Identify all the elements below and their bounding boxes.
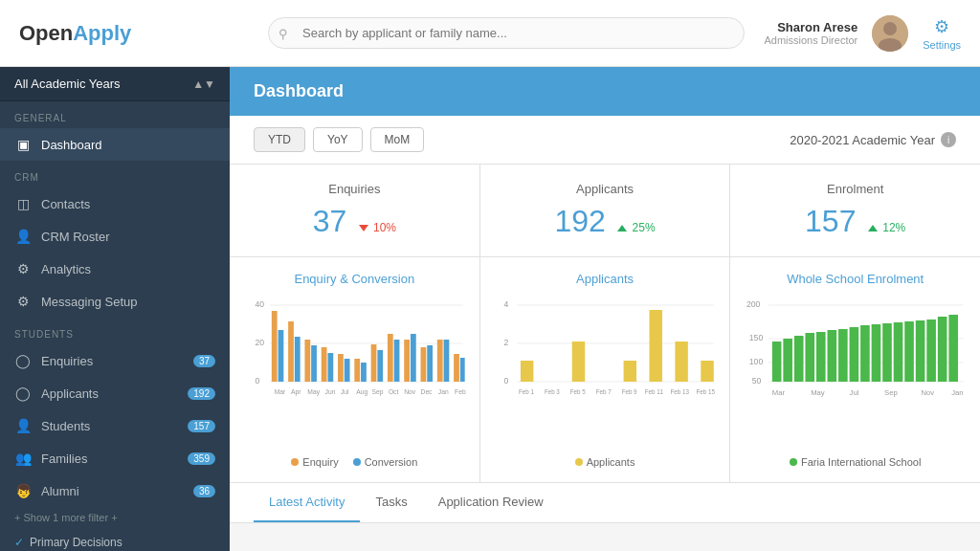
applicants-value-row: 192 25% <box>500 204 711 239</box>
chart-enrol-title: Whole School Enrolment <box>745 272 966 286</box>
sidebar-item-crm-roster[interactable]: 👤 CRM Roster <box>0 220 230 253</box>
svg-rect-24 <box>394 340 400 382</box>
sidebar-item-enquiries[interactable]: ◯ Enquiries 37 <box>0 344 230 377</box>
settings-label: Settings <box>923 39 961 51</box>
enrolment-change-pct: 12% <box>882 221 905 234</box>
enquiries-change: 10% <box>359 221 396 234</box>
arrows-icon: ▲▼ <box>192 77 215 91</box>
enrolment-label: Enrolment <box>749 182 961 196</box>
svg-rect-85 <box>883 323 893 382</box>
section-general: GENERAL <box>0 101 230 128</box>
sidebar-item-label: Contacts <box>41 197 90 211</box>
academic-year-selector[interactable]: All Academic Years ▲▼ <box>0 67 230 101</box>
academic-year-label: All Academic Years <box>14 77 121 91</box>
filter-mom[interactable]: MoM <box>370 127 425 152</box>
svg-rect-22 <box>377 350 383 382</box>
applicants-label: Applicants <box>500 182 711 196</box>
academic-year-display: 2020-2021 Academic Year i <box>790 132 956 147</box>
stat-enquiries: Enquiries 37 10% <box>230 165 480 256</box>
enrolment-value-row: 157 12% <box>749 204 961 239</box>
svg-rect-26 <box>411 334 416 382</box>
svg-text:0: 0 <box>256 376 260 386</box>
sidebar-item-contacts[interactable]: ◫ Contacts <box>0 187 230 220</box>
filters-row: YTD YoY MoM 2020-2021 Academic Year i <box>230 116 980 165</box>
svg-rect-79 <box>816 332 826 382</box>
svg-text:Nov: Nov <box>404 388 416 395</box>
svg-rect-20 <box>361 363 367 382</box>
svg-text:4: 4 <box>503 299 508 309</box>
sidebar-item-analytics[interactable]: ⚙ Analytics <box>0 253 230 285</box>
svg-rect-58 <box>701 361 713 382</box>
svg-text:Jul: Jul <box>341 388 349 395</box>
svg-text:Aug: Aug <box>356 388 368 396</box>
svg-text:Feb 1: Feb 1 <box>519 388 534 395</box>
sidebar-item-label: Applicants <box>41 386 99 401</box>
user-info: Sharon Arese Admissions Director <box>764 20 858 46</box>
contacts-icon: ◫ <box>14 196 32 211</box>
enquiries-icon: ◯ <box>14 353 32 368</box>
legend-school: Faria International School <box>790 456 921 468</box>
legend-conversion: Conversion <box>353 456 418 468</box>
svg-rect-17 <box>338 354 344 382</box>
tab-tasks[interactable]: Tasks <box>360 483 422 522</box>
sidebar-item-messaging[interactable]: ⚙ Messaging Setup <box>0 285 230 318</box>
svg-text:Mar: Mar <box>275 388 286 395</box>
chart-enrol-container: 200 150 100 50 <box>745 296 966 449</box>
user-name: Sharon Arese <box>764 20 858 34</box>
sidebar-item-families[interactable]: 👥 Families 359 <box>0 442 230 474</box>
svg-rect-76 <box>784 339 793 382</box>
info-icon: i <box>941 132 956 147</box>
filter-yoy[interactable]: YoY <box>313 127 363 152</box>
svg-rect-23 <box>388 334 393 382</box>
svg-rect-13 <box>304 340 310 382</box>
svg-rect-30 <box>444 340 450 382</box>
tabs-row: Latest Activity Tasks Application Review <box>230 483 980 523</box>
enquiries-badge: 37 <box>193 355 215 367</box>
svg-rect-78 <box>806 333 815 382</box>
svg-rect-25 <box>404 340 410 382</box>
filter-ytd[interactable]: YTD <box>254 127 305 152</box>
content-area: Dashboard YTD YoY MoM 2020-2021 Academic… <box>230 67 980 551</box>
svg-rect-32 <box>460 358 465 382</box>
sidebar-item-label: CRM Roster <box>41 230 110 244</box>
svg-rect-18 <box>345 359 350 382</box>
sidebar-item-label: Students <box>41 419 90 433</box>
svg-text:Mar: Mar <box>772 388 786 397</box>
svg-text:Sep: Sep <box>372 388 384 396</box>
sidebar-item-label: Analytics <box>41 262 91 276</box>
svg-rect-19 <box>354 359 360 382</box>
page-title: Dashboard <box>254 81 344 100</box>
svg-rect-51 <box>521 361 533 382</box>
tab-application-review[interactable]: Application Review <box>423 483 559 522</box>
settings-button[interactable]: ⚙ Settings <box>923 16 961 51</box>
tab-latest-activity[interactable]: Latest Activity <box>254 483 360 522</box>
svg-rect-77 <box>794 336 804 382</box>
svg-rect-82 <box>850 327 859 382</box>
stats-row: Enquiries 37 10% Applicants 192 25% <box>230 165 980 257</box>
sidebar-item-students[interactable]: 👤 Students 157 <box>0 409 230 442</box>
svg-rect-57 <box>675 342 687 382</box>
enquiries-label: Enquiries <box>249 182 460 196</box>
primary-decisions[interactable]: ✓ Primary Decisions <box>0 528 230 551</box>
sidebar-item-alumni[interactable]: 👦 Alumni 36 <box>0 474 230 507</box>
applicants-change: 25% <box>617 221 655 234</box>
svg-text:Feb 15: Feb 15 <box>696 388 715 395</box>
show-more-link[interactable]: + Show 1 more filter + <box>0 507 230 528</box>
svg-point-1 <box>883 22 897 35</box>
sidebar-item-applicants[interactable]: ◯ Applicants 192 <box>0 377 230 409</box>
sidebar-item-label: Enquiries <box>41 354 93 368</box>
logo: OpenApply <box>19 21 249 46</box>
messaging-icon: ⚙ <box>14 294 32 309</box>
svg-text:May: May <box>812 388 826 397</box>
svg-text:0: 0 <box>503 376 508 386</box>
svg-text:Feb 9: Feb 9 <box>621 388 636 395</box>
applicants-value: 192 <box>554 204 605 238</box>
svg-text:40: 40 <box>256 299 265 309</box>
sidebar-item-dashboard[interactable]: ▣ Dashboard <box>0 128 230 161</box>
sidebar-item-label: Alumni <box>41 484 79 498</box>
svg-text:Dec: Dec <box>421 388 434 395</box>
search-input[interactable] <box>268 17 745 49</box>
alumni-icon: 👦 <box>14 483 32 498</box>
svg-text:May: May <box>307 388 320 396</box>
dashboard-icon: ▣ <box>14 137 32 152</box>
